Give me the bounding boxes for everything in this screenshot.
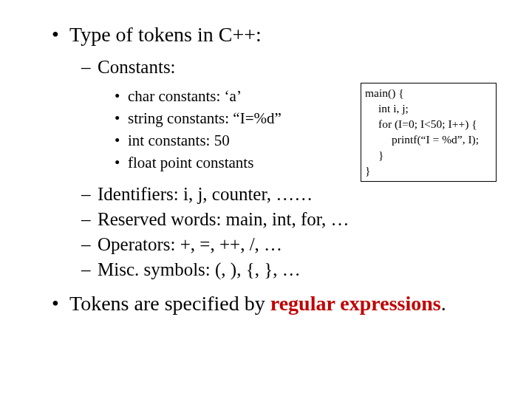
- code-line: }: [365, 163, 492, 179]
- bullet-dot-icon: •: [115, 109, 128, 128]
- text-period: .: [441, 292, 446, 315]
- text: Operators: +, =, ++, /, …: [98, 234, 282, 254]
- bullet-dot-icon: •: [52, 22, 69, 47]
- text-prefix: Tokens are specified by: [69, 292, 270, 315]
- bullet-string-constants: •string constants: “I=%d”: [115, 109, 282, 128]
- dash-icon: –: [81, 233, 98, 256]
- text: Identifiers: i, j, counter, ……: [98, 184, 313, 204]
- bullet-dot-icon: •: [115, 132, 128, 150]
- bullet-dot-icon: •: [115, 154, 128, 172]
- dash-icon: –: [81, 56, 98, 78]
- code-line: main() {: [365, 86, 492, 101]
- text: Type of tokens in C++:: [69, 23, 262, 46]
- bullet-char-constants: •char constants: ‘a’: [115, 87, 242, 106]
- text: Constants:: [98, 57, 176, 77]
- slide: •Type of tokens in C++: –Constants: •cha…: [0, 0, 532, 399]
- bullet-identifiers: –Identifiers: i, j, counter, ……: [81, 183, 313, 205]
- text: Reserved words: main, int, for, …: [98, 209, 349, 229]
- code-sample-box: main() { int i, j; for (I=0; I<50; I++) …: [361, 83, 497, 182]
- code-line: }: [365, 148, 492, 163]
- bullet-constants: –Constants:: [81, 56, 176, 78]
- text: char constants: ‘a’: [128, 87, 242, 105]
- text-regular-expressions: regular expressions: [270, 292, 441, 315]
- dash-icon: –: [81, 208, 98, 231]
- bullet-float-constants: •float point constants: [115, 154, 253, 172]
- code-line: int i, j;: [365, 101, 492, 117]
- text: float point constants: [128, 154, 253, 171]
- bullet-tokens-regex: •Tokens are specified by regular express…: [52, 291, 466, 316]
- bullet-misc-symbols: –Misc. symbols: (, ), {, }, …: [81, 259, 301, 281]
- text: Misc. symbols: (, ), {, }, …: [98, 259, 301, 279]
- code-line: for (I=0; I<50; I++) {: [365, 117, 492, 132]
- dash-icon: –: [81, 183, 98, 205]
- bullet-type-of-tokens: •Type of tokens in C++:: [52, 22, 262, 47]
- bullet-int-constants: •int constants: 50: [115, 132, 230, 150]
- code-line: printf(“I = %d”, I);: [365, 132, 492, 148]
- dash-icon: –: [81, 259, 98, 281]
- text: int constants: 50: [128, 132, 230, 149]
- bullet-operators: –Operators: +, =, ++, /, …: [81, 233, 282, 256]
- bullet-reserved-words: –Reserved words: main, int, for, …: [81, 208, 349, 231]
- bullet-dot-icon: •: [115, 87, 128, 106]
- text: string constants: “I=%d”: [128, 109, 282, 127]
- bullet-dot-icon: •: [52, 291, 69, 316]
